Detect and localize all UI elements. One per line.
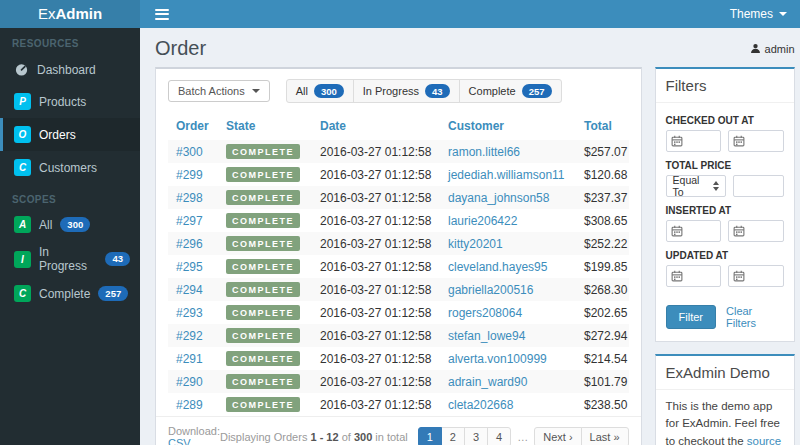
customer-link[interactable]: cleveland.hayes95 bbox=[448, 260, 547, 274]
column-header-date[interactable]: Date bbox=[312, 111, 440, 140]
total-price-value-input[interactable] bbox=[738, 181, 778, 192]
batch-actions-button[interactable]: Batch Actions bbox=[168, 80, 270, 102]
tab-complete[interactable]: Complete257 bbox=[459, 79, 562, 103]
last-page-button[interactable]: Last » bbox=[581, 427, 629, 445]
customer-link[interactable]: adrain_ward90 bbox=[448, 375, 527, 389]
scope-item-in-progress[interactable]: IIn Progress43 bbox=[0, 239, 140, 279]
checked-out-at-to-input[interactable] bbox=[749, 136, 779, 147]
orders-toolbar: Batch Actions All300In Progress43Complet… bbox=[156, 69, 641, 111]
order-link[interactable]: #290 bbox=[176, 375, 203, 389]
filters-panel: Filters CHECKED OUT ATTOTAL PRICEEqual T… bbox=[655, 67, 795, 342]
checked-out-at-from-input[interactable] bbox=[687, 136, 717, 147]
table-header-row: OrderStateDateCustomerTotal bbox=[168, 111, 629, 140]
inserted-at-from-input[interactable] bbox=[687, 226, 717, 237]
sidebar-item-dashboard[interactable]: Dashboard bbox=[0, 54, 140, 85]
filter-inputs-inserted-at bbox=[666, 220, 784, 242]
total-cell: $202.65 bbox=[576, 301, 629, 324]
table-row[interactable]: #295COMPLETE2016-03-27 01:12:58cleveland… bbox=[168, 255, 629, 278]
updated-at-to-input[interactable] bbox=[749, 271, 779, 282]
table-row[interactable]: #289COMPLETE2016-03-27 01:12:58cleta2026… bbox=[168, 393, 629, 416]
order-cell: #290 bbox=[168, 370, 218, 393]
updated-at-from-input[interactable] bbox=[687, 271, 717, 282]
scope-count-badge: 257 bbox=[98, 286, 128, 300]
date-cell: 2016-03-27 01:12:58 bbox=[312, 140, 440, 163]
order-link[interactable]: #292 bbox=[176, 329, 203, 343]
table-row[interactable]: #293COMPLETE2016-03-27 01:12:58rogers208… bbox=[168, 301, 629, 324]
logo-admin: Admin bbox=[55, 5, 102, 22]
filter-inputs-updated-at bbox=[666, 265, 784, 287]
tab-in-progress[interactable]: In Progress43 bbox=[353, 79, 460, 103]
state-badge: COMPLETE bbox=[226, 190, 300, 205]
customer-link[interactable]: dayana_johnson58 bbox=[448, 191, 549, 205]
customer-link[interactable]: cleta202668 bbox=[448, 398, 513, 412]
tab-all[interactable]: All300 bbox=[286, 79, 354, 103]
table-row[interactable]: #300COMPLETE2016-03-27 01:12:58ramon.lit… bbox=[168, 140, 629, 163]
order-link[interactable]: #295 bbox=[176, 260, 203, 274]
column-header-customer[interactable]: Customer bbox=[440, 111, 576, 140]
themes-dropdown[interactable]: Themes bbox=[730, 7, 787, 21]
column-header-state[interactable]: State bbox=[218, 111, 312, 140]
date-from-group bbox=[666, 220, 722, 242]
sidebar-toggle-icon[interactable] bbox=[153, 3, 171, 25]
customer-link[interactable]: kitty20201 bbox=[448, 237, 503, 251]
customer-cell: dayana_johnson58 bbox=[440, 186, 576, 209]
page-button-2[interactable]: 2 bbox=[441, 427, 465, 445]
column-header-order[interactable]: Order bbox=[168, 111, 218, 140]
total-price-operator-select[interactable]: Equal To bbox=[666, 175, 727, 197]
state-cell: COMPLETE bbox=[218, 370, 312, 393]
table-row[interactable]: #290COMPLETE2016-03-27 01:12:58adrain_wa… bbox=[168, 370, 629, 393]
customer-link[interactable]: jedediah.williamson11 bbox=[448, 168, 565, 182]
csv-download-link[interactable]: CSV bbox=[168, 437, 191, 445]
order-link[interactable]: #289 bbox=[176, 398, 203, 412]
table-row[interactable]: #291COMPLETE2016-03-27 01:12:58alverta.v… bbox=[168, 347, 629, 370]
column-header-total[interactable]: Total bbox=[576, 111, 629, 140]
demo-panel: ExAdmin Demo This is the demo app for Ex… bbox=[655, 354, 795, 445]
table-row[interactable]: #297COMPLETE2016-03-27 01:12:58laurie206… bbox=[168, 209, 629, 232]
order-link[interactable]: #299 bbox=[176, 168, 203, 182]
order-link[interactable]: #298 bbox=[176, 191, 203, 205]
customer-link[interactable]: stefan_lowe94 bbox=[448, 329, 525, 343]
customer-link[interactable]: rogers208064 bbox=[448, 306, 522, 320]
inserted-at-to-input[interactable] bbox=[749, 226, 779, 237]
filter-label-total-price: TOTAL PRICE bbox=[666, 160, 784, 171]
state-badge: COMPLETE bbox=[226, 213, 300, 228]
current-user[interactable]: admin bbox=[750, 43, 795, 55]
customer-link[interactable]: ramon.littel66 bbox=[448, 145, 520, 159]
chevron-down-icon bbox=[252, 89, 260, 93]
table-row[interactable]: #296COMPLETE2016-03-27 01:12:58kitty2020… bbox=[168, 232, 629, 255]
scope-item-all[interactable]: AAll300 bbox=[0, 210, 140, 239]
table-row[interactable]: #292COMPLETE2016-03-27 01:12:58stefan_lo… bbox=[168, 324, 629, 347]
state-cell: COMPLETE bbox=[218, 140, 312, 163]
order-link[interactable]: #293 bbox=[176, 306, 203, 320]
table-row[interactable]: #298COMPLETE2016-03-27 01:12:58dayana_jo… bbox=[168, 186, 629, 209]
scope-item-complete[interactable]: CComplete257 bbox=[0, 279, 140, 308]
page-button-4[interactable]: 4 bbox=[487, 427, 511, 445]
total-cell: $101.79 bbox=[576, 370, 629, 393]
page-button-1[interactable]: 1 bbox=[418, 427, 442, 445]
pagination-info: Displaying Orders 1 - 12 of 300 in total bbox=[220, 431, 408, 443]
clear-filters-link[interactable]: Clear Filters bbox=[726, 305, 784, 329]
customer-link[interactable]: laurie206422 bbox=[448, 214, 517, 228]
order-link[interactable]: #297 bbox=[176, 214, 203, 228]
customer-cell: stefan_lowe94 bbox=[440, 324, 576, 347]
filter-button[interactable]: Filter bbox=[666, 305, 716, 329]
resources-nav: DashboardPProductsOOrdersCCustomers bbox=[0, 54, 140, 184]
customer-link[interactable]: gabriella200516 bbox=[448, 283, 533, 297]
table-row[interactable]: #294COMPLETE2016-03-27 01:12:58gabriella… bbox=[168, 278, 629, 301]
customer-link[interactable]: alverta.von100999 bbox=[448, 352, 547, 366]
table-row[interactable]: #299COMPLETE2016-03-27 01:12:58jedediah.… bbox=[168, 163, 629, 186]
total-cell: $214.54 bbox=[576, 347, 629, 370]
page-button-3[interactable]: 3 bbox=[464, 427, 488, 445]
total-cell: $199.85 bbox=[576, 255, 629, 278]
order-link[interactable]: #296 bbox=[176, 237, 203, 251]
order-link[interactable]: #294 bbox=[176, 283, 203, 297]
sidebar-item-customers[interactable]: CCustomers bbox=[0, 151, 140, 184]
sidebar-item-products[interactable]: PProducts bbox=[0, 85, 140, 118]
order-link[interactable]: #291 bbox=[176, 352, 203, 366]
order-link[interactable]: #300 bbox=[176, 145, 203, 159]
next-page-button[interactable]: Next › bbox=[534, 427, 581, 445]
sidebar-item-orders[interactable]: OOrders bbox=[0, 118, 140, 151]
app-logo[interactable]: ExAdmin bbox=[0, 0, 140, 28]
scope-initial-badge: C bbox=[14, 285, 31, 302]
select-arrows-icon bbox=[713, 181, 719, 191]
